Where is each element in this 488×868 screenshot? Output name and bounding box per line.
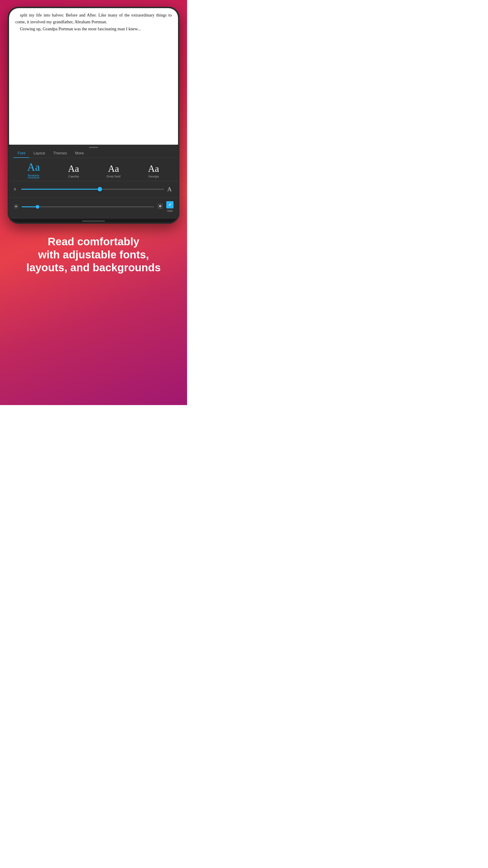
font-option-droid[interactable]: Aa Droid Serif — [94, 164, 133, 178]
tagline: Read comfortably with adjustable fonts, … — [18, 235, 170, 274]
background: split my life into halves: Before and Af… — [0, 0, 187, 405]
size-label-large: A — [167, 186, 173, 193]
book-paragraph-2: Growing up, Grandpa Portman was the most… — [15, 26, 172, 32]
drag-handle[interactable] — [9, 145, 178, 149]
svg-point-0 — [15, 206, 17, 207]
auto-label: Auto — [167, 209, 173, 213]
svg-line-14 — [158, 204, 159, 205]
tab-layout[interactable]: Layout — [29, 149, 49, 158]
svg-line-17 — [158, 208, 159, 209]
checkmark-icon: ✓ — [168, 202, 172, 207]
brightness-slider[interactable] — [22, 206, 154, 207]
tab-more[interactable]: More — [71, 149, 88, 158]
brightness-bright-icon — [157, 203, 163, 211]
font-size-slider[interactable] — [21, 189, 164, 190]
svg-line-5 — [14, 205, 15, 205]
font-name-bookerly: Bookerly — [28, 174, 39, 178]
font-option-bookerly[interactable]: Aa Bookerly — [13, 162, 54, 178]
book-paragraph-1: split my life into halves: Before and Af… — [15, 12, 172, 26]
svg-line-8 — [14, 208, 15, 208]
brightness-fill — [22, 206, 37, 207]
svg-point-9 — [159, 205, 162, 208]
brightness-row: ✓ Auto — [9, 197, 178, 216]
phone-frame: split my life into halves: Before and Af… — [8, 7, 180, 224]
font-option-caecilia[interactable]: Aa Caecilia — [54, 164, 94, 178]
brightness-thumb[interactable] — [36, 205, 39, 209]
book-content: split my life into halves: Before and Af… — [9, 8, 178, 145]
size-label-small: A — [13, 187, 18, 191]
drag-handle-bar — [89, 147, 98, 148]
size-row: A A — [9, 181, 178, 197]
tagline-text: Read comfortably with adjustable fonts, … — [26, 235, 161, 274]
tabs-bar: Font Layout Themes More — [9, 149, 178, 158]
font-sample-droid: Aa — [108, 164, 119, 174]
slider-thumb[interactable] — [98, 187, 102, 191]
font-option-georgia[interactable]: Aa Georgia — [133, 164, 173, 178]
svg-line-15 — [162, 208, 162, 209]
book-text: split my life into halves: Before and Af… — [15, 12, 172, 32]
home-bar — [82, 221, 105, 221]
font-name-caecilia: Caecilia — [68, 175, 78, 178]
svg-line-7 — [17, 205, 18, 205]
home-indicator — [9, 219, 178, 222]
font-sample-bookerly: Aa — [27, 162, 40, 173]
font-name-droid: Droid Serif — [107, 175, 121, 178]
auto-brightness-checkbox[interactable]: ✓ Auto — [166, 201, 173, 213]
font-sample-georgia: Aa — [148, 164, 159, 174]
font-options: Aa Bookerly Aa Caecilia Aa Droid Serif A… — [9, 158, 178, 181]
tab-font[interactable]: Font — [13, 149, 29, 158]
bottom-panel: Font Layout Themes More Aa — [9, 145, 178, 219]
slider-fill — [21, 189, 100, 190]
tab-themes[interactable]: Themes — [49, 149, 71, 158]
checkbox-square: ✓ — [166, 201, 173, 209]
svg-line-6 — [17, 208, 18, 208]
font-sample-caecilia: Aa — [68, 164, 79, 174]
font-name-georgia: Georgia — [148, 175, 159, 178]
svg-line-16 — [162, 204, 162, 205]
brightness-dim-icon — [13, 204, 19, 210]
